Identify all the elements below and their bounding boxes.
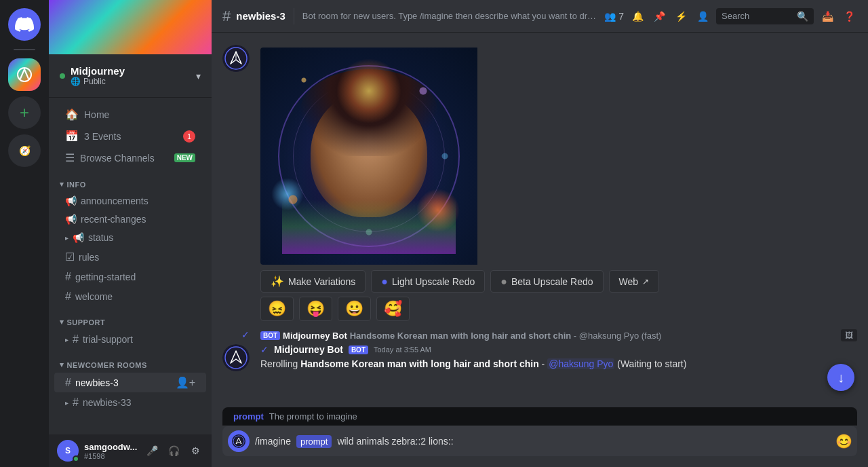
add-member-icon[interactable]: 👤+ bbox=[176, 376, 195, 389]
channel-label: welcome bbox=[75, 291, 113, 302]
mention-ref[interactable]: @haksung Pyo bbox=[579, 331, 639, 341]
sidebar-item-events[interactable]: 📅 3 Events 1 bbox=[54, 126, 206, 147]
art-face-visual bbox=[260, 48, 477, 265]
server-header[interactable]: Midjourney 🌐 Public ▾ bbox=[49, 54, 212, 98]
make-variations-button[interactable]: ✨ Make Variations bbox=[260, 270, 366, 293]
expand-icon-3: ▸ bbox=[65, 399, 68, 407]
channel-welcome[interactable]: # welcome bbox=[54, 287, 206, 306]
sidebar-item-home[interactable]: 🏠 Home bbox=[54, 104, 206, 125]
web-button[interactable]: Web ↗ bbox=[609, 270, 660, 293]
pin-button[interactable]: 📌 bbox=[651, 8, 667, 24]
channel-label: rules bbox=[79, 252, 99, 263]
check-icon: ☑ bbox=[65, 250, 75, 263]
user-status-dot bbox=[73, 455, 79, 462]
explore-button[interactable]: 🧭 bbox=[8, 134, 41, 167]
scroll-to-bottom-button[interactable]: ↓ bbox=[827, 364, 854, 391]
message-input[interactable] bbox=[337, 436, 830, 447]
search-icon: 🔍 bbox=[797, 11, 808, 22]
discord-home-button[interactable] bbox=[8, 8, 41, 41]
bot-badge-2: BOT bbox=[349, 345, 368, 354]
hash-icon-3: # bbox=[73, 333, 79, 345]
boost-button[interactable]: ⚡ bbox=[673, 8, 689, 24]
new-badge: NEW bbox=[174, 153, 195, 162]
channel-announcements[interactable]: 📢 announcements bbox=[54, 192, 206, 210]
headphone-icon: 🎧 bbox=[168, 445, 180, 456]
hint-label: prompt bbox=[233, 411, 264, 422]
ref-text-content: Handsome Korean man with long hair and s… bbox=[350, 331, 662, 341]
reaction-4[interactable]: 🥰 bbox=[376, 297, 410, 321]
section-support-label: SUPPORT bbox=[67, 318, 106, 326]
light-upscale-redo-button[interactable]: ● Light Upscale Redo bbox=[371, 270, 485, 293]
section-support[interactable]: ▾ SUPPORT bbox=[49, 307, 212, 329]
message-with-image: ✨ Make Variations ● Light Upscale Redo ●… bbox=[212, 43, 868, 322]
reaction-1[interactable]: 😖 bbox=[260, 297, 294, 321]
user-controls: 🎤 🎧 ⚙ bbox=[142, 441, 205, 460]
channel-status[interactable]: ▸ 📢 status bbox=[54, 229, 206, 246]
input-hint-bar: prompt The prompt to imagine bbox=[222, 407, 857, 426]
search-input[interactable] bbox=[722, 11, 794, 21]
user-discriminator: #1598 bbox=[84, 452, 137, 460]
midjourney-server-icon[interactable] bbox=[8, 58, 41, 91]
members-button[interactable]: 👤 bbox=[694, 8, 711, 24]
make-variations-label: Make Variations bbox=[288, 276, 355, 287]
ref-spacer: ✓ bbox=[222, 329, 250, 340]
settings-button[interactable]: ⚙ bbox=[186, 441, 205, 460]
message-author-2[interactable]: Midjourney Bot bbox=[274, 344, 343, 355]
hash-icon: # bbox=[65, 271, 71, 283]
verified-icon-2: ✓ bbox=[260, 344, 269, 355]
avatar-initials: S bbox=[65, 446, 71, 455]
reaction-3[interactable]: 😀 bbox=[338, 297, 371, 321]
input-box: /imagine prompt 😊 bbox=[222, 426, 857, 456]
search-box[interactable]: 🔍 bbox=[716, 8, 814, 24]
section-newcomer-rooms[interactable]: ▾ NEWCOMER ROOMS bbox=[49, 350, 212, 372]
channel-recent-changes[interactable]: 📢 recent-changes bbox=[54, 210, 206, 228]
emoji-reactions-row: 😖 😝 😀 🥰 bbox=[260, 297, 857, 321]
notification-bell-button[interactable]: 🔔 bbox=[629, 8, 646, 24]
help-button[interactable]: ❓ bbox=[841, 8, 857, 24]
chevron-icon-2: ▾ bbox=[60, 318, 64, 326]
input-user-avatar bbox=[228, 430, 250, 452]
channel-trial-support[interactable]: ▸ # trial-support bbox=[54, 330, 206, 349]
message-time: Today at 3:55 AM bbox=[374, 345, 431, 354]
mention-haksung[interactable]: @haksung Pyo bbox=[547, 358, 614, 369]
announce-icon-2: 📢 bbox=[65, 214, 77, 225]
section-info-label: INFO bbox=[67, 181, 86, 189]
bot-avatar-1 bbox=[222, 45, 250, 72]
light-circle-icon: ● bbox=[381, 276, 388, 288]
beta-upscale-label: Beta Upscale Redo bbox=[511, 276, 593, 287]
deafen-button[interactable]: 🎧 bbox=[164, 441, 183, 460]
server-sidebar: Midjourney 🌐 Public ▾ 🏠 Home 📅 3 Events … bbox=[49, 0, 212, 467]
user-area: S samgoodw... #1598 🎤 🎧 ⚙ bbox=[49, 434, 212, 467]
members-icon: 👤 bbox=[697, 11, 709, 22]
channel-header: # newbies-3 Bot room for new users. Type… bbox=[212, 0, 868, 33]
server-name: Midjourney bbox=[71, 65, 125, 77]
channel-newbies-3[interactable]: # newbies-3 👤+ bbox=[54, 373, 206, 392]
channel-label: newbies-33 bbox=[83, 397, 132, 408]
gear-icon: ⚙ bbox=[191, 445, 200, 456]
section-info[interactable]: ▾ INFO bbox=[49, 169, 212, 191]
channel-hash-icon: # bbox=[222, 7, 231, 25]
events-label: 3 Events bbox=[84, 131, 121, 142]
user-info: samgoodw... #1598 bbox=[84, 442, 137, 460]
help-icon: ❓ bbox=[844, 11, 855, 22]
messages-area: ✨ Make Variations ● Light Upscale Redo ●… bbox=[212, 33, 868, 407]
reaction-2[interactable]: 😝 bbox=[299, 297, 332, 321]
add-server-button[interactable]: + bbox=[8, 96, 41, 129]
home-label: Home bbox=[84, 109, 109, 120]
message-bot-main: ✓ Midjourney Bot BOT Today at 3:55 AM Re… bbox=[212, 343, 868, 373]
channel-label: announcements bbox=[81, 195, 149, 206]
external-link-icon: ↗ bbox=[642, 277, 649, 286]
web-label: Web bbox=[619, 276, 639, 287]
member-count-value: 7 bbox=[618, 11, 624, 22]
channel-getting-started[interactable]: # getting-started bbox=[54, 267, 206, 286]
emoji-picker-button[interactable]: 😊 bbox=[835, 433, 852, 449]
beta-upscale-redo-button[interactable]: ● Beta Upscale Redo bbox=[490, 270, 603, 293]
sidebar-item-browse-channels[interactable]: ☰ Browse Channels NEW bbox=[54, 147, 206, 168]
channel-newbies-33[interactable]: ▸ # newbies-33 bbox=[54, 393, 206, 412]
mute-button[interactable]: 🎤 bbox=[142, 441, 161, 460]
hint-desc: The prompt to imagine bbox=[269, 411, 357, 422]
events-icon: 📅 bbox=[65, 130, 79, 143]
channel-rules[interactable]: ☑ rules bbox=[54, 247, 206, 267]
inbox-button[interactable]: 📥 bbox=[819, 8, 835, 24]
chevron-down-icon: ▾ bbox=[196, 71, 201, 81]
